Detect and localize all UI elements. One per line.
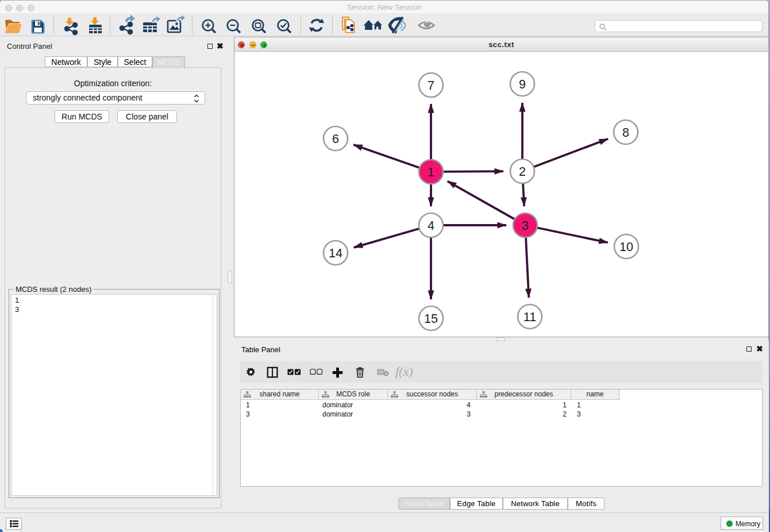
svg-text:14: 14 (329, 246, 342, 260)
svg-text:8: 8 (622, 126, 629, 140)
svg-text:4: 4 (428, 219, 434, 233)
svg-text:9: 9 (519, 78, 526, 91)
svg-text:15: 15 (424, 312, 438, 326)
svg-text:7: 7 (428, 79, 434, 92)
svg-text:1: 1 (428, 165, 434, 179)
svg-text:11: 11 (523, 310, 536, 324)
svg-text:6: 6 (332, 132, 339, 146)
svg-text:2: 2 (519, 165, 526, 179)
svg-text:10: 10 (619, 240, 633, 254)
svg-text:3: 3 (522, 219, 529, 233)
